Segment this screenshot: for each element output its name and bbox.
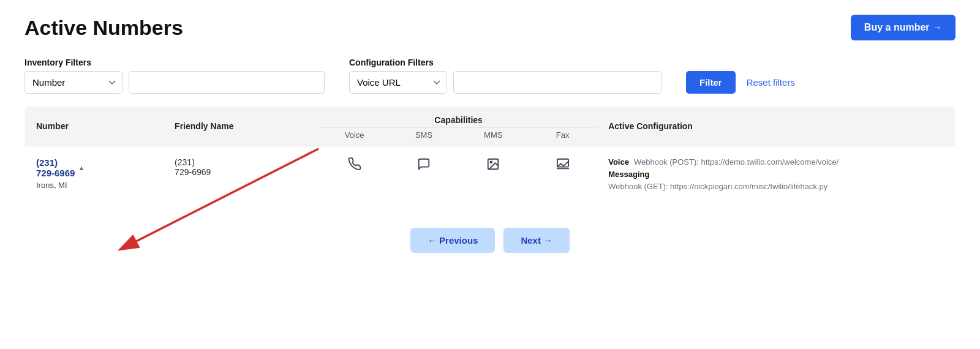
mms-icon: [486, 160, 500, 173]
col-active-config-header: Active Configuration: [597, 107, 955, 146]
page-header: Active Numbers Buy a number →: [24, 15, 956, 40]
previous-button[interactable]: ← Previous: [410, 228, 496, 253]
config-messaging-type: Messaging: [608, 170, 649, 179]
filter-button[interactable]: Filter: [686, 71, 736, 94]
fax-cap-cell: [528, 146, 597, 206]
active-config-cell: Voice Webhook (POST): https://demo.twili…: [597, 146, 955, 206]
config-voice-line: Voice Webhook (POST): https://demo.twili…: [608, 157, 944, 167]
pagination: ← Previous Next →: [24, 228, 956, 265]
svg-point-3: [491, 161, 492, 163]
number-cell: (231)729-6969 ▲ Irons, MI: [25, 146, 164, 206]
filters-container: Inventory Filters Number Friendly Name P…: [24, 58, 956, 94]
table-header-main-row: Number Friendly Name Capabilities Active…: [25, 107, 956, 128]
configuration-filter-input[interactable]: [453, 71, 662, 94]
inventory-filters-label: Inventory Filters: [24, 58, 325, 67]
inventory-filter-input[interactable]: [129, 71, 325, 94]
table-row: (231)729-6969 ▲ Irons, MI (231)729-6969: [25, 146, 956, 206]
inventory-filter-select[interactable]: Number Friendly Name Phone Number: [24, 71, 123, 94]
number-link[interactable]: (231)729-6969 ▲: [36, 157, 153, 178]
config-messaging-url-line: Webhook (GET): https://nickpiegari.com/m…: [608, 182, 944, 191]
configuration-filters-group: Configuration Filters Voice URL SMS URL …: [349, 58, 662, 94]
table-wrapper: Number Friendly Name Capabilities Active…: [24, 106, 956, 206]
col-friendly-name-header: Friendly Name: [164, 107, 320, 146]
configuration-filter-select[interactable]: Voice URL SMS URL MMS URL Fax URL: [349, 71, 447, 94]
sms-cap-cell: [389, 146, 458, 206]
config-voice-value: Webhook (POST): https://demo.twilio.com/…: [634, 157, 839, 167]
number-text: (231)729-6969: [36, 157, 75, 178]
config-messaging-line: Messaging: [608, 170, 944, 179]
buy-number-button[interactable]: Buy a number →: [851, 15, 956, 40]
col-number-header: Number: [25, 107, 164, 146]
fax-icon: [556, 160, 570, 173]
col-fax-sub: Fax: [528, 128, 597, 146]
page-title: Active Numbers: [24, 16, 183, 40]
mms-cap-cell: [459, 146, 528, 206]
friendly-name-cell: (231)729-6969: [164, 146, 320, 206]
col-mms-sub: MMS: [459, 128, 528, 146]
filter-actions: Filter Reset filters: [686, 71, 797, 94]
config-messaging-value: Webhook (GET): https://nickpiegari.com/m…: [608, 182, 827, 191]
next-button[interactable]: Next →: [503, 228, 570, 253]
reset-filters-button[interactable]: Reset filters: [744, 71, 797, 94]
number-location: Irons, MI: [36, 181, 153, 190]
triangle-icon: ▲: [78, 164, 85, 171]
configuration-filter-row: Voice URL SMS URL MMS URL Fax URL: [349, 71, 662, 94]
inventory-filter-row: Number Friendly Name Phone Number: [24, 71, 325, 94]
voice-cap-cell: [320, 146, 389, 206]
configuration-filters-label: Configuration Filters: [349, 58, 662, 67]
config-voice-type: Voice: [608, 157, 629, 167]
col-sms-sub: SMS: [389, 128, 458, 146]
col-capabilities-header: Capabilities: [320, 107, 597, 128]
col-voice-sub: Voice: [320, 128, 389, 146]
inventory-filters-group: Inventory Filters Number Friendly Name P…: [24, 58, 325, 94]
sms-icon: [417, 160, 431, 173]
numbers-table: Number Friendly Name Capabilities Active…: [24, 106, 956, 206]
voice-icon: [348, 160, 361, 173]
